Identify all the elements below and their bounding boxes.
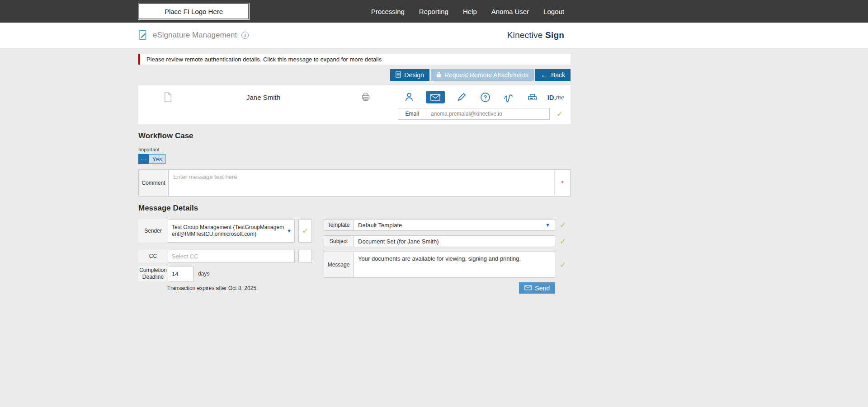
days-label: days xyxy=(198,271,209,277)
template-valid-check-icon: ✓ xyxy=(560,221,566,229)
page-title: eSignature Management xyxy=(153,31,237,40)
app-header: eSignature Management i Kinective Sign xyxy=(0,23,868,48)
cc-label: CC xyxy=(138,250,168,262)
nav-reporting[interactable]: Reporting xyxy=(419,8,448,15)
subject-input[interactable] xyxy=(354,235,555,247)
delivery-method-strip: ? ID.me xyxy=(402,91,562,103)
in-person-method-icon[interactable] xyxy=(402,91,416,103)
nav-processing[interactable]: Processing xyxy=(371,8,405,15)
toggle-yes-segment[interactable]: Yes xyxy=(149,154,165,164)
important-label: Important xyxy=(138,147,571,152)
nav-user-menu[interactable]: Anoma User xyxy=(491,8,529,15)
top-nav: Processing Reporting Help Anoma User Log… xyxy=(371,8,564,15)
chevron-down-icon: ▼ xyxy=(287,228,292,234)
email-valid-check-icon: ✓ xyxy=(554,110,565,118)
alert-text: Please review remote authentication deta… xyxy=(146,56,382,63)
message-details-left-column: Sender Test Group Management (TestGroupM… xyxy=(138,219,312,291)
nav-logout[interactable]: Logout xyxy=(543,8,564,15)
send-envelope-icon xyxy=(524,285,532,292)
nav-help[interactable]: Help xyxy=(463,8,477,15)
signature-swoosh-method-icon[interactable] xyxy=(502,91,515,103)
subject-label: Subject xyxy=(324,235,354,247)
comment-textarea[interactable] xyxy=(169,170,555,196)
template-selected-value: Default Template xyxy=(358,222,543,229)
email-field-row: Email xyxy=(398,108,550,120)
back-button[interactable]: ← Back xyxy=(535,69,571,81)
important-toggle[interactable]: ··· Yes xyxy=(138,154,165,164)
template-label: Template xyxy=(324,219,354,231)
workflow-case-heading: Workflow Case xyxy=(138,131,571,140)
email-method-icon[interactable] xyxy=(426,91,445,103)
send-button-label: Send xyxy=(535,285,550,292)
kba-question-method-icon[interactable]: ? xyxy=(478,91,492,103)
message-valid-check-icon: ✓ xyxy=(560,261,566,269)
toolbar: Design Request Remote Attachments ← Back xyxy=(138,69,571,81)
brand-logo: Kinective Sign xyxy=(507,30,564,40)
completion-deadline-label: Completion Deadline xyxy=(138,266,168,281)
sender-valid-check-icon: ✓ xyxy=(302,227,308,235)
idme-italic-text: me xyxy=(556,94,564,101)
email-input[interactable] xyxy=(426,108,549,119)
svg-text:?: ? xyxy=(483,94,487,100)
completion-deadline-row: Completion Deadline days xyxy=(138,266,312,281)
brand-suffix: Sign xyxy=(545,30,564,40)
request-remote-attachments-label: Request Remote Attachments xyxy=(444,71,528,79)
idme-logo[interactable]: ID.me xyxy=(549,91,562,103)
message-textarea[interactable] xyxy=(354,252,555,278)
toggle-dots-segment[interactable]: ··· xyxy=(139,154,149,164)
topbar: Place FI Logo Here Processing Reporting … xyxy=(0,0,868,23)
recipient-name: Jane Smith xyxy=(246,94,280,101)
completion-deadline-input[interactable] xyxy=(168,266,193,281)
design-button[interactable]: Design xyxy=(390,69,429,81)
comment-row: Comment * xyxy=(138,169,571,196)
required-asterisk: * xyxy=(555,170,570,196)
brand-name: Kinective xyxy=(507,30,543,40)
cc-check-box xyxy=(298,250,312,262)
main-content: Please review remote authentication deta… xyxy=(138,48,571,294)
design-button-label: Design xyxy=(404,71,424,79)
sender-check-box: ✓ xyxy=(298,219,312,243)
comment-label: Comment xyxy=(139,170,169,196)
message-label: Message xyxy=(324,252,354,278)
sender-selected-value: Test Group Management (TestGroupManageme… xyxy=(172,224,285,238)
fax-method-icon[interactable] xyxy=(525,91,539,103)
cc-input[interactable] xyxy=(168,250,295,262)
sender-select[interactable]: Test Group Management (TestGroupManageme… xyxy=(168,219,295,243)
subject-valid-check-icon: ✓ xyxy=(560,238,566,245)
esignature-document-icon xyxy=(138,30,148,41)
message-details-right-column: Template Default Template ▼ ✓ Subject ✓ … xyxy=(324,219,571,294)
back-button-label: Back xyxy=(551,71,565,79)
email-field-label: Email xyxy=(398,108,426,119)
sender-label: Sender xyxy=(138,219,168,243)
review-auth-alert[interactable]: Please review remote authentication deta… xyxy=(138,54,571,65)
esign-pen-method-icon[interactable] xyxy=(455,91,468,103)
expiry-note: Transaction expires after Oct 8, 2025. xyxy=(167,285,312,291)
back-arrow-icon: ← xyxy=(541,71,548,79)
idme-bold-text: ID. xyxy=(547,94,556,101)
recipient-card: Jane Smith ? xyxy=(138,85,571,124)
fi-logo-placeholder-button[interactable]: Place FI Logo Here xyxy=(138,3,249,19)
message-details-heading: Message Details xyxy=(138,204,571,213)
request-remote-attachments-button[interactable]: Request Remote Attachments xyxy=(431,69,534,81)
info-icon[interactable]: i xyxy=(241,32,249,39)
document-page-icon xyxy=(164,92,172,102)
design-document-icon xyxy=(396,71,401,79)
lock-icon xyxy=(436,71,441,79)
send-button[interactable]: Send xyxy=(519,282,555,294)
printer-icon[interactable] xyxy=(361,92,371,102)
template-select[interactable]: Default Template ▼ xyxy=(354,219,555,231)
chevron-down-icon: ▼ xyxy=(545,222,550,228)
